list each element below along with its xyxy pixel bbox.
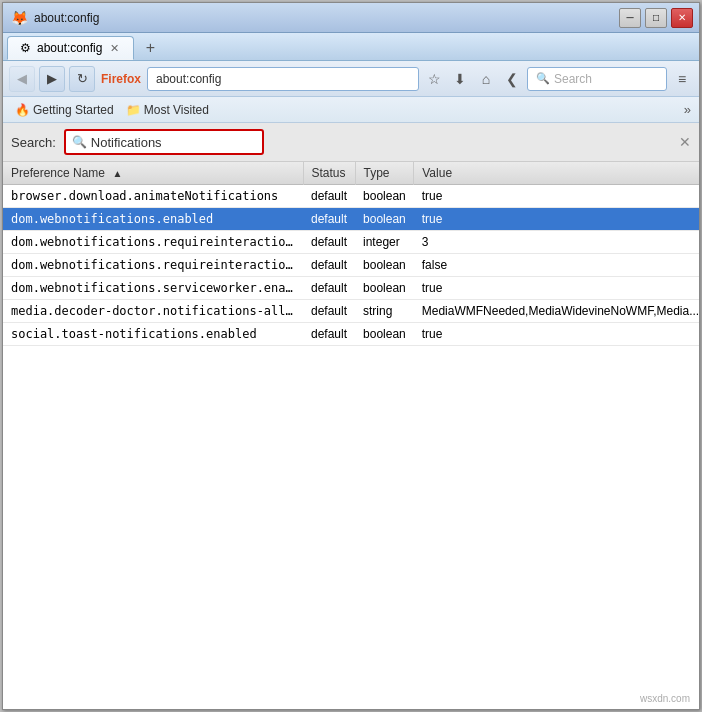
forward-button[interactable]: ▶: [39, 66, 65, 92]
cell-type: string: [355, 300, 414, 323]
table-row[interactable]: dom.webnotifications.enableddefaultboole…: [3, 208, 699, 231]
cell-value: 3: [414, 231, 699, 254]
titlebar: 🦊 about:config ─ □ ✕: [3, 3, 699, 33]
window-controls: ─ □ ✕: [619, 8, 693, 28]
browser-window: 🦊 about:config ─ □ ✕ ⚙ about:config ✕ + …: [2, 2, 700, 710]
col-header-status[interactable]: Status: [303, 162, 355, 185]
navigation-bar: ◀ ▶ ↻ Firefox about:config ☆ ⬇ ⌂ ❮ 🔍 Sea…: [3, 61, 699, 97]
bookmark-most-visited-label: Most Visited: [144, 103, 209, 117]
bookmark-star-icon[interactable]: ☆: [423, 66, 445, 92]
cell-type: boolean: [355, 185, 414, 208]
bookmarks-bar: 🔥 Getting Started 📁 Most Visited »: [3, 97, 699, 123]
col-header-preference-name[interactable]: Preference Name ▲: [3, 162, 303, 185]
table-row[interactable]: dom.webnotifications.requireinteraction.…: [3, 254, 699, 277]
bookmark-getting-started-label: Getting Started: [33, 103, 114, 117]
cell-preference-name: dom.webnotifications.requireinteraction.…: [3, 231, 303, 254]
window-title: about:config: [34, 11, 619, 25]
cell-type: boolean: [355, 323, 414, 346]
config-search-clear-button[interactable]: ✕: [679, 134, 691, 150]
sort-arrow-icon: ▲: [112, 168, 122, 179]
firefox-brand-label: Firefox: [101, 72, 141, 86]
cell-preference-name: dom.webnotifications.requireinteraction.…: [3, 254, 303, 277]
config-search-area: Search: 🔍 Notifications ✕: [3, 123, 699, 162]
bookmark-getting-started[interactable]: 🔥 Getting Started: [11, 100, 118, 120]
col-header-value[interactable]: Value: [414, 162, 699, 185]
tab-about-config[interactable]: ⚙ about:config ✕: [7, 36, 134, 60]
table-row[interactable]: browser.download.animateNotificationsdef…: [3, 185, 699, 208]
col-type-label: Type: [364, 166, 390, 180]
cell-status: default: [303, 231, 355, 254]
search-placeholder: Search: [554, 72, 592, 86]
config-search-input-box[interactable]: 🔍 Notifications: [64, 129, 264, 155]
close-button[interactable]: ✕: [671, 8, 693, 28]
back-button[interactable]: ◀: [9, 66, 35, 92]
address-text: about:config: [156, 72, 221, 86]
cell-type: boolean: [355, 254, 414, 277]
cell-preference-name: browser.download.animateNotifications: [3, 185, 303, 208]
download-icon[interactable]: ⬇: [449, 66, 471, 92]
bookmark-most-visited-icon: 📁: [126, 103, 141, 117]
cell-value: true: [414, 185, 699, 208]
table-row[interactable]: dom.webnotifications.requireinteraction.…: [3, 231, 699, 254]
cell-value: true: [414, 323, 699, 346]
cell-preference-name: social.toast-notifications.enabled: [3, 323, 303, 346]
new-tab-button[interactable]: +: [138, 36, 162, 60]
tab-bar: ⚙ about:config ✕ +: [3, 33, 699, 61]
preferences-table-body: browser.download.animateNotificationsdef…: [3, 185, 699, 346]
pocket-icon[interactable]: ❮: [501, 66, 523, 92]
bookmark-getting-started-icon: 🔥: [15, 103, 30, 117]
search-bar[interactable]: 🔍 Search: [527, 67, 667, 91]
cell-status: default: [303, 277, 355, 300]
table-row[interactable]: dom.webnotifications.serviceworker.enabl…: [3, 277, 699, 300]
cell-type: boolean: [355, 208, 414, 231]
tab-close-button[interactable]: ✕: [108, 42, 121, 55]
config-search-value: Notifications: [91, 135, 162, 150]
cell-value: false: [414, 254, 699, 277]
cell-type: integer: [355, 231, 414, 254]
col-preference-name-label: Preference Name: [11, 166, 105, 180]
refresh-button[interactable]: ↻: [69, 66, 95, 92]
table-row[interactable]: media.decoder-doctor.notifications-allow…: [3, 300, 699, 323]
col-value-label: Value: [422, 166, 452, 180]
bookmark-most-visited[interactable]: 📁 Most Visited: [122, 100, 213, 120]
menu-icon[interactable]: ≡: [671, 66, 693, 92]
search-label: Search:: [11, 135, 56, 150]
cell-value: true: [414, 277, 699, 300]
tab-label: about:config: [37, 41, 102, 55]
cell-preference-name: dom.webnotifications.enabled: [3, 208, 303, 231]
cell-status: default: [303, 208, 355, 231]
home-icon[interactable]: ⌂: [475, 66, 497, 92]
col-status-label: Status: [312, 166, 346, 180]
col-header-type[interactable]: Type: [355, 162, 414, 185]
search-icon: 🔍: [536, 72, 550, 85]
cell-preference-name: dom.webnotifications.serviceworker.enabl…: [3, 277, 303, 300]
cell-status: default: [303, 300, 355, 323]
table-header-row: Preference Name ▲ Status Type Value: [3, 162, 699, 185]
content-area: Search: 🔍 Notifications ✕ Preference Nam…: [3, 123, 699, 709]
minimize-button[interactable]: ─: [619, 8, 641, 28]
firefox-logo-icon: 🦊: [11, 10, 28, 26]
cell-preference-name: media.decoder-doctor.notifications-allow…: [3, 300, 303, 323]
cell-status: default: [303, 185, 355, 208]
cell-type: boolean: [355, 277, 414, 300]
preferences-table: Preference Name ▲ Status Type Value: [3, 162, 699, 346]
tab-favicon-icon: ⚙: [20, 41, 31, 55]
table-row[interactable]: social.toast-notifications.enableddefaul…: [3, 323, 699, 346]
cell-status: default: [303, 323, 355, 346]
cell-value: MediaWMFNeeded,MediaWidevineNoWMF,Media.…: [414, 300, 699, 323]
cell-value: true: [414, 208, 699, 231]
cell-status: default: [303, 254, 355, 277]
config-search-icon: 🔍: [72, 135, 87, 149]
bookmarks-more-button[interactable]: »: [684, 102, 691, 117]
address-bar[interactable]: about:config: [147, 67, 419, 91]
preferences-table-area[interactable]: Preference Name ▲ Status Type Value: [3, 162, 699, 709]
maximize-button[interactable]: □: [645, 8, 667, 28]
